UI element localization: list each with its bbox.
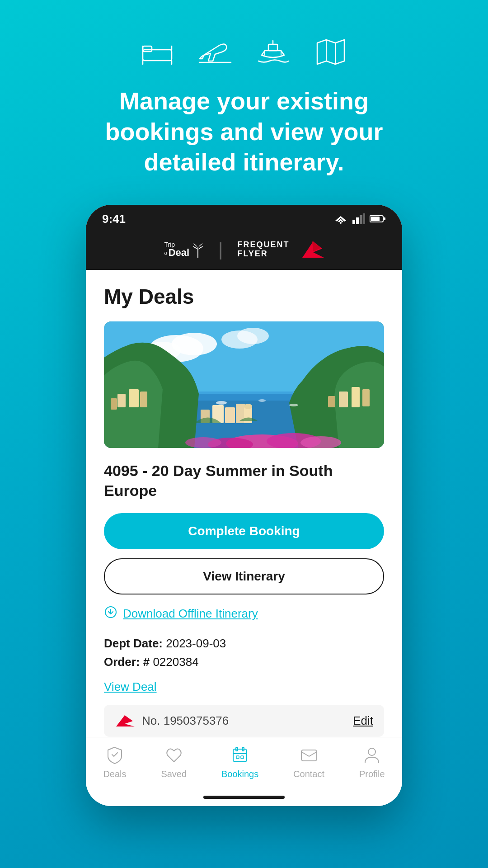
battery-icon — [370, 214, 386, 223]
profile-nav-icon — [362, 745, 381, 766]
qantas-points-row: No. 1950375376 Edit — [104, 705, 384, 737]
wifi-icon — [333, 213, 348, 224]
download-label: Download Offline Itinerary — [123, 607, 258, 621]
nav-label-saved: Saved — [161, 769, 187, 779]
nav-label-contact: Contact — [293, 769, 324, 779]
svg-rect-35 — [140, 392, 147, 407]
brand-logo: Trip a Deal | FREQUENT — [164, 240, 324, 260]
nav-item-profile[interactable]: Profile — [359, 745, 385, 779]
svg-point-30 — [237, 328, 269, 344]
qantas-number: No. 1950375376 — [142, 714, 229, 728]
cruise-ship-icon — [255, 36, 291, 70]
svg-rect-18 — [360, 215, 362, 224]
deals-nav-icon — [105, 745, 124, 766]
bookings-nav-icon — [230, 745, 249, 766]
deal-info: Dept Date: 2023-09-03 Order: # 0220384 — [104, 637, 384, 669]
status-time: 9:41 — [102, 212, 126, 226]
deal-image — [104, 321, 384, 448]
svg-rect-16 — [352, 220, 355, 224]
nav-label-deals: Deals — [103, 769, 126, 779]
svg-point-54 — [244, 404, 252, 409]
nav-label-bookings: Bookings — [221, 769, 258, 779]
svg-rect-37 — [339, 392, 348, 407]
edit-link[interactable]: Edit — [353, 714, 373, 728]
svg-rect-22 — [384, 217, 385, 220]
nav-item-bookings[interactable]: Bookings — [221, 745, 258, 779]
home-bar — [203, 796, 285, 799]
ff-label-line2: FLYER — [238, 250, 268, 259]
hero-section: Manage your existing bookings and view y… — [86, 0, 402, 205]
hero-tagline: Manage your existing bookings and view y… — [86, 86, 402, 178]
nav-item-saved[interactable]: Saved — [161, 745, 187, 779]
order-row: Order: # 0220384 — [104, 655, 384, 669]
plane-takeoff-icon — [197, 36, 233, 70]
svg-rect-33 — [117, 394, 126, 407]
qantas-points-left: No. 1950375376 — [115, 714, 229, 728]
svg-point-15 — [340, 222, 342, 224]
svg-rect-34 — [129, 389, 139, 407]
view-deal-link[interactable]: View Deal — [104, 680, 384, 694]
contact-nav-icon — [300, 745, 319, 766]
view-itinerary-button[interactable]: View Itinerary — [104, 558, 384, 594]
signal-icon — [352, 213, 365, 224]
svg-rect-62 — [236, 756, 239, 759]
svg-rect-50 — [225, 407, 235, 423]
svg-rect-21 — [371, 217, 380, 221]
nav-label-profile: Profile — [359, 769, 385, 779]
svg-point-48 — [289, 404, 298, 406]
svg-rect-38 — [352, 387, 360, 407]
svg-point-47 — [258, 399, 266, 402]
status-icons — [333, 213, 386, 224]
qantas-logo-icon — [300, 240, 324, 259]
ff-label-line1: FREQUENT — [238, 241, 290, 250]
deal-title: 4095 - 20 Day Summer in South Europe — [104, 461, 384, 500]
phone-frame: 9:41 — [86, 205, 402, 806]
svg-rect-17 — [356, 217, 359, 224]
dept-date-row: Dept Date: 2023-09-03 — [104, 637, 384, 651]
app-header: Trip a Deal | FREQUENT — [86, 231, 402, 270]
download-offline-link[interactable]: Download Offline Itinerary — [104, 605, 384, 622]
svg-marker-57 — [116, 715, 135, 726]
logo-divider: | — [218, 240, 223, 260]
svg-rect-63 — [241, 756, 244, 759]
palm-icon — [192, 241, 204, 258]
nav-item-deals[interactable]: Deals — [103, 745, 126, 779]
bed-icon — [139, 36, 175, 70]
download-icon — [104, 605, 117, 622]
svg-point-65 — [368, 748, 375, 755]
svg-rect-40 — [328, 396, 335, 407]
svg-rect-64 — [301, 750, 317, 761]
svg-point-46 — [216, 401, 227, 405]
svg-rect-36 — [111, 398, 117, 410]
bottom-nav: Deals Saved Boo — [86, 737, 402, 792]
feature-icons — [139, 36, 349, 70]
home-indicator — [86, 792, 402, 806]
order-label: Order: # — [104, 655, 150, 669]
nav-item-contact[interactable]: Contact — [293, 745, 324, 779]
map-icon — [313, 36, 349, 70]
svg-rect-58 — [233, 749, 247, 762]
frequent-flyer-logo: FREQUENT FLYER — [238, 241, 290, 259]
complete-booking-button[interactable]: Complete Booking — [104, 513, 384, 549]
app-content: My Deals — [86, 270, 402, 737]
svg-rect-7 — [268, 44, 277, 51]
svg-rect-39 — [362, 389, 370, 406]
status-bar: 9:41 — [86, 205, 402, 231]
saved-nav-icon — [164, 745, 183, 766]
svg-rect-1 — [143, 46, 152, 52]
svg-rect-19 — [363, 213, 365, 224]
svg-point-45 — [185, 437, 221, 448]
page-title: My Deals — [104, 284, 384, 309]
dept-date-label: Dept Date: — [104, 637, 163, 650]
qantas-small-icon — [115, 714, 135, 727]
